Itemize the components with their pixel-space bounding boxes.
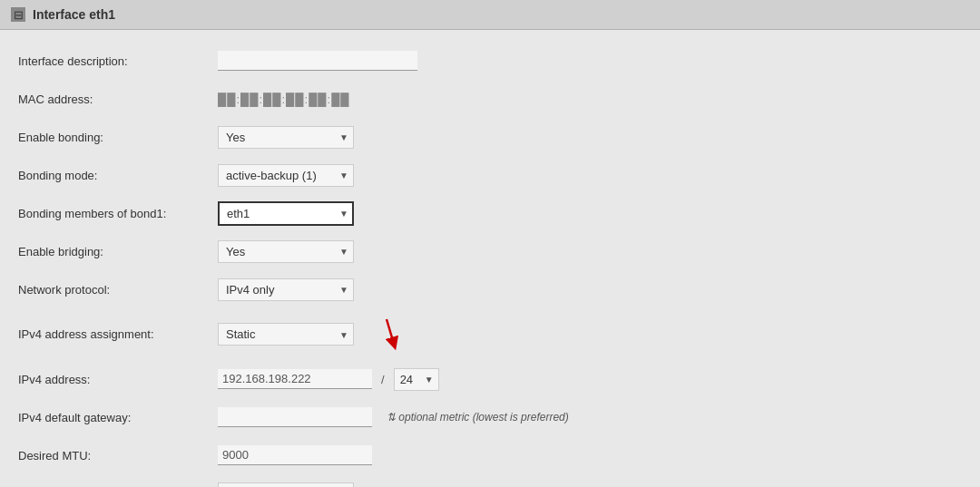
field-interface-description	[218, 51, 962, 71]
bonding-mode-wrapper: active-backup (1) ▼	[218, 164, 354, 187]
row-ipv4-assignment: IPv4 address assignment: Static DHCP ▼	[18, 315, 962, 354]
field-ipv4-assignment: Static DHCP ▼	[218, 315, 962, 354]
label-bonding-mode: Bonding mode:	[18, 169, 218, 182]
bonding-members-wrapper: eth1 ▼	[218, 201, 354, 226]
label-enable-bridging: Enable bridging:	[18, 245, 218, 258]
field-desired-mtu	[218, 445, 962, 465]
label-bonding-members: Bonding members of bond1:	[18, 207, 218, 220]
label-ipv4-gateway: IPv4 default gateway:	[18, 411, 218, 424]
interface-description-input[interactable]	[218, 51, 417, 71]
mac-value: ██:██:██:██:██:██	[218, 93, 350, 106]
enable-bridging-wrapper: Yes No ▼	[218, 240, 354, 263]
enable-bonding-wrapper: Yes No ▼	[218, 126, 354, 149]
sort-icon: ⇅	[387, 411, 396, 424]
enable-vlans-wrapper: No Yes ▼	[218, 482, 354, 488]
interface-icon: ⊟	[11, 7, 25, 22]
field-ipv4-address: / 24 16 8 ▼	[218, 368, 962, 391]
desired-mtu-input[interactable]	[218, 445, 372, 465]
field-enable-vlans: No Yes ▼	[218, 482, 962, 488]
field-network-protocol: IPv4 only IPv6 only Both ▼	[218, 278, 962, 301]
row-enable-vlans: Enable VLANs: No Yes ▼	[18, 481, 962, 487]
label-desired-mtu: Desired MTU:	[18, 449, 218, 463]
bonding-mode-select[interactable]: active-backup (1)	[218, 164, 354, 187]
label-interface-description: Interface description:	[18, 54, 218, 68]
network-protocol-wrapper: IPv4 only IPv6 only Both ▼	[218, 278, 354, 301]
row-mac-address: MAC address: ██:██:██:██:██:██	[18, 86, 962, 112]
page-title: Interface eth1	[33, 7, 115, 22]
label-ipv4-assignment: IPv4 address assignment:	[18, 327, 218, 341]
field-bonding-members: eth1 ▼	[218, 201, 962, 226]
row-bonding-mode: Bonding mode: active-backup (1) ▼	[18, 162, 962, 188]
cidr-select[interactable]: 24 16 8	[394, 368, 439, 391]
form-content: Interface description: MAC address: ██:█…	[0, 30, 980, 487]
network-protocol-select[interactable]: IPv4 only IPv6 only Both	[218, 278, 354, 301]
ipv4-gateway-input[interactable]	[218, 407, 372, 427]
field-bonding-mode: active-backup (1) ▼	[218, 164, 962, 187]
field-enable-bonding: Yes No ▼	[218, 126, 962, 149]
ipv4-assignment-select[interactable]: Static DHCP	[218, 323, 354, 346]
row-bonding-members: Bonding members of bond1: eth1 ▼	[18, 200, 962, 226]
field-enable-bridging: Yes No ▼	[218, 240, 962, 263]
enable-bridging-select[interactable]: Yes No	[218, 240, 354, 263]
label-mac-address: MAC address:	[18, 93, 218, 106]
enable-bonding-select[interactable]: Yes No	[218, 126, 354, 149]
row-ipv4-address: IPv4 address: / 24 16 8 ▼	[18, 366, 962, 392]
label-network-protocol: Network protocol:	[18, 283, 218, 297]
title-bar: ⊟ Interface eth1	[0, 0, 980, 30]
enable-vlans-select[interactable]: No Yes	[218, 482, 354, 488]
row-interface-description: Interface description:	[18, 48, 962, 73]
row-desired-mtu: Desired MTU:	[18, 443, 962, 468]
ipv4-address-input[interactable]	[218, 369, 372, 389]
label-enable-bonding: Enable bonding:	[18, 131, 218, 144]
field-mac-address: ██:██:██:██:██:██	[218, 93, 962, 106]
svg-line-1	[387, 319, 394, 344]
bonding-members-select[interactable]: eth1	[218, 201, 354, 226]
label-ipv4-address: IPv4 address:	[18, 373, 218, 386]
red-arrow-icon	[368, 315, 405, 351]
cidr-wrapper: 24 16 8 ▼	[394, 368, 439, 391]
optional-metric-text: ⇅ optional metric (lowest is preferred)	[387, 411, 569, 424]
ipv4-assignment-wrapper: Static DHCP ▼	[218, 323, 354, 346]
row-ipv4-gateway: IPv4 default gateway: ⇅ optional metric …	[18, 404, 962, 430]
cidr-separator: /	[381, 373, 385, 386]
row-network-protocol: Network protocol: IPv4 only IPv6 only Bo…	[18, 277, 962, 302]
row-enable-bonding: Enable bonding: Yes No ▼	[18, 124, 962, 150]
row-enable-bridging: Enable bridging: Yes No ▼	[18, 239, 962, 264]
field-ipv4-gateway: ⇅ optional metric (lowest is preferred)	[218, 407, 962, 427]
